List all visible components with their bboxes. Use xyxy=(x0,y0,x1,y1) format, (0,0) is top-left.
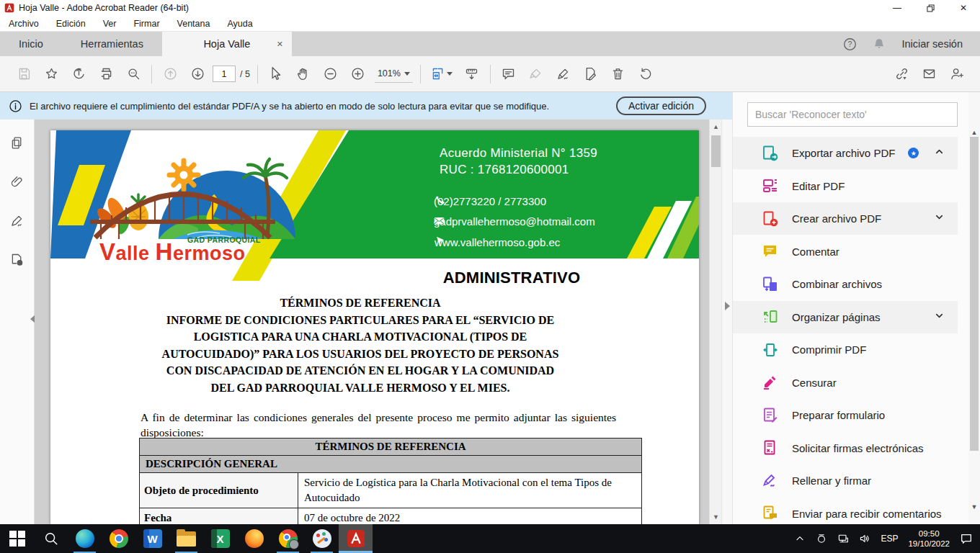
panel-item-redact[interactable]: Censurar xyxy=(733,367,958,399)
taskbar-search-button[interactable] xyxy=(34,524,68,553)
chevron-up-icon[interactable] xyxy=(934,146,945,160)
taskbar-edge-button[interactable] xyxy=(68,524,102,553)
panel-item-label: Combinar archivos xyxy=(792,278,882,290)
help-icon[interactable]: ? xyxy=(843,37,857,51)
minimize-button[interactable]: — xyxy=(881,0,914,16)
panel-item-prepare-form[interactable]: Preparar formulario xyxy=(733,399,958,431)
zoom-out-button[interactable] xyxy=(317,62,344,86)
tab-herramientas[interactable]: Herramientas xyxy=(62,32,162,56)
ruler-measure-button[interactable] xyxy=(458,62,486,86)
search-button[interactable] xyxy=(120,62,147,86)
print-button[interactable] xyxy=(92,62,120,86)
taskbar-acrobat-button[interactable] xyxy=(339,524,373,553)
menu-archivo[interactable]: Archivo xyxy=(9,19,39,29)
table-row: Fecha 07 de octubre de 2022 xyxy=(140,508,641,524)
scrollbar-thumb[interactable] xyxy=(970,137,979,451)
tray-chevron-up-icon[interactable] xyxy=(794,533,806,544)
sign-in-avatar-button[interactable] xyxy=(943,62,970,86)
menu-firmar[interactable]: Firmar xyxy=(133,19,159,29)
main-toolbar: / 5 101% xyxy=(0,56,980,92)
action-center-icon[interactable] xyxy=(960,532,973,545)
delete-pages-button[interactable] xyxy=(605,62,632,86)
activar-edicion-button[interactable]: Activar edición xyxy=(616,96,706,115)
page-info-button[interactable] xyxy=(7,249,27,269)
language-indicator[interactable]: ESP xyxy=(881,534,898,544)
share-upload-button[interactable] xyxy=(65,62,92,86)
left-tool-rail xyxy=(0,120,35,524)
fit-width-button[interactable] xyxy=(425,62,458,86)
restore-button[interactable] xyxy=(914,0,947,16)
previous-page-button[interactable] xyxy=(156,62,184,86)
chevron-down-icon[interactable] xyxy=(934,310,945,324)
panel-item-combine[interactable]: Combinar archivos xyxy=(733,268,958,300)
word-icon: W xyxy=(143,529,162,548)
sign-in-button[interactable]: Iniciar sesión xyxy=(901,38,963,50)
table-subheader-row: DESCRIPCIÓN GENERAL xyxy=(140,456,641,473)
page-thumbnails-button[interactable] xyxy=(7,132,27,153)
panel-item-organize[interactable]: Organizar páginas xyxy=(733,301,958,333)
next-page-button[interactable] xyxy=(184,62,211,86)
tray-status-icon[interactable] xyxy=(816,533,827,544)
network-icon[interactable] xyxy=(837,533,849,544)
select-tool-button[interactable] xyxy=(262,62,290,86)
scrollbar-thumb[interactable] xyxy=(711,135,721,167)
panel-scrollbar[interactable]: ▲ ▼ xyxy=(968,92,980,524)
taskbar-clock[interactable]: 09:50 19/10/2022 xyxy=(908,529,950,549)
tools-search-input[interactable] xyxy=(747,102,958,127)
menu-ayuda[interactable]: Ayuda xyxy=(227,19,252,29)
start-button[interactable] xyxy=(0,524,34,553)
refresh-button[interactable] xyxy=(632,62,659,86)
banner-acuerdo: Acuerdo Ministerial N° 1359 xyxy=(440,145,597,161)
comment-button[interactable] xyxy=(495,62,522,86)
document-pane[interactable]: Acuerdo Ministerial N° 1359 RUC : 176812… xyxy=(35,120,709,524)
scroll-down-icon[interactable]: ▼ xyxy=(968,501,980,513)
page-edit-button[interactable] xyxy=(577,62,605,86)
panel-item-create-pdf[interactable]: Crear archivo PDF xyxy=(733,202,958,235)
email-button[interactable] xyxy=(915,62,943,86)
panel-item-fill-sign[interactable]: Rellenar y firmar xyxy=(733,464,958,497)
expand-panel-arrow[interactable] xyxy=(725,302,730,310)
cursor-icon xyxy=(435,236,445,247)
scroll-down-icon[interactable]: ▼ xyxy=(710,511,722,523)
taskbar-firefox-button[interactable] xyxy=(237,524,271,553)
scroll-up-icon[interactable]: ▲ xyxy=(710,121,722,132)
chevron-down-icon[interactable] xyxy=(934,212,945,225)
favorite-star-button[interactable] xyxy=(37,62,65,86)
bell-icon[interactable] xyxy=(873,37,886,50)
panel-item-edit-pdf[interactable]: Editar PDF xyxy=(733,170,958,202)
send-comments-icon xyxy=(762,505,779,522)
highlight-button[interactable] xyxy=(522,62,550,86)
save-button[interactable] xyxy=(10,62,37,86)
taskbar-excel-button[interactable]: X xyxy=(203,524,237,553)
tab-close-icon[interactable]: ✕ xyxy=(277,40,283,49)
tab-inicio[interactable]: Inicio xyxy=(0,32,62,56)
panel-item-export-pdf[interactable]: Exportar archivo PDF ★ xyxy=(733,137,958,169)
acrobat-window: Hoja Valle - Adobe Acrobat Reader (64-bi… xyxy=(0,0,980,553)
logo-title: Valle Hermoso xyxy=(99,238,245,266)
taskbar-chrome-profile-button[interactable] xyxy=(271,524,305,553)
panel-item-request-signatures[interactable]: Solicitar firmas electrónicas xyxy=(733,432,958,464)
attachments-button[interactable] xyxy=(7,171,27,192)
signatures-panel-button[interactable] xyxy=(7,210,27,230)
document-scrollbar[interactable]: ▲ ▼ xyxy=(709,120,721,524)
zoom-level-dropdown[interactable]: 101% xyxy=(375,66,413,83)
sign-pen-button[interactable] xyxy=(550,62,577,86)
menu-ventana[interactable]: Ventana xyxy=(177,19,210,29)
menu-ver[interactable]: Ver xyxy=(103,19,117,29)
table-row-label: Fecha xyxy=(140,508,298,524)
taskbar-paint-button[interactable] xyxy=(305,524,339,553)
taskbar-word-button[interactable]: W xyxy=(135,524,169,553)
zoom-in-button[interactable] xyxy=(344,62,372,86)
page-number-input[interactable] xyxy=(213,66,236,82)
close-button[interactable]: ✕ xyxy=(947,0,980,16)
share-link-button[interactable] xyxy=(888,62,915,86)
hand-tool-button[interactable] xyxy=(290,62,317,86)
volume-icon[interactable] xyxy=(859,533,870,544)
menu-edicion[interactable]: Edición xyxy=(56,19,86,29)
taskbar-chrome-button[interactable] xyxy=(102,524,135,553)
system-tray: ESP 09:50 19/10/2022 xyxy=(794,524,980,553)
panel-item-comment[interactable]: Comentar xyxy=(733,235,958,268)
tab-document[interactable]: Hoja Valle ✕ xyxy=(162,32,292,56)
taskbar-explorer-button[interactable] xyxy=(169,524,203,553)
panel-item-compress[interactable]: Comprimir PDF xyxy=(733,333,958,366)
